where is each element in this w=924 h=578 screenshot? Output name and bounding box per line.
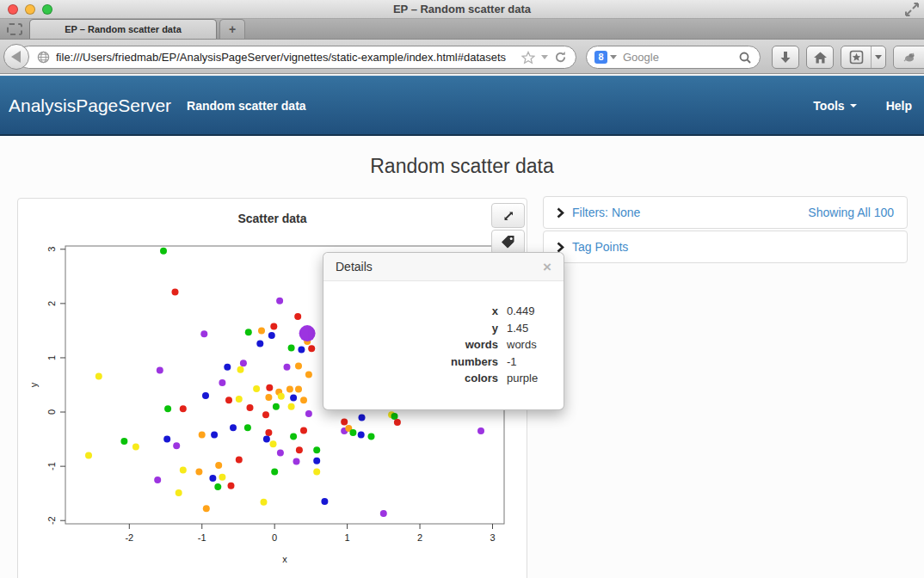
scatter-point (313, 468, 320, 475)
tab-groups-icon[interactable] (7, 23, 22, 35)
tag-points-button[interactable] (491, 230, 525, 255)
scatter-point (391, 413, 398, 420)
app-navbar: AnalysisPageServer Random scatter data T… (0, 76, 924, 136)
bookmarks-caret-segment[interactable] (871, 46, 885, 68)
detail-row-words: words words (323, 336, 564, 354)
close-icon[interactable]: × (543, 260, 551, 274)
scatter-point (240, 360, 247, 366)
brand-title[interactable]: AnalysisPageServer (9, 95, 171, 116)
scatter-point (199, 432, 206, 439)
search-engine-caret-icon[interactable] (610, 55, 617, 59)
bookmark-star-icon[interactable] (521, 51, 535, 65)
addon-button[interactable] (893, 46, 924, 69)
scatter-point (321, 498, 328, 505)
scatter-point (288, 403, 295, 410)
scatter-point (294, 313, 301, 320)
scatter-point (202, 392, 209, 399)
home-button[interactable] (806, 46, 834, 69)
addon-icon (902, 52, 916, 64)
search-input[interactable]: Google (623, 51, 738, 64)
resize-full-icon (502, 209, 515, 223)
scatter-point (359, 414, 366, 421)
tab-bar: EP – Random scatter data + (0, 19, 924, 40)
scatter-point (313, 458, 320, 464)
url-text[interactable]: file:///Users/friedmab/EP/AnalysisPageSe… (56, 51, 513, 64)
scatter-point (368, 433, 375, 440)
svg-text:2: 2 (46, 301, 57, 306)
tag-points-panel[interactable]: Tag Points (543, 231, 908, 263)
detail-label: numbers (323, 354, 507, 371)
tools-menu[interactable]: Tools (813, 99, 856, 113)
window-titlebar: EP – Random scatter data (0, 0, 924, 19)
back-button[interactable] (3, 44, 29, 70)
scatter-point (298, 347, 305, 354)
tag-points-label[interactable]: Tag Points (572, 240, 628, 254)
scatter-point (258, 327, 265, 334)
scatter-point (263, 436, 270, 443)
detail-value: 0.449 (507, 303, 564, 320)
scatter-point (270, 440, 277, 447)
scatter-point (477, 427, 484, 434)
scatter-point (305, 410, 312, 417)
detail-label: colors (323, 370, 507, 387)
scatter-point (180, 467, 187, 474)
fullscreen-icon[interactable] (905, 3, 919, 16)
tab-title: EP – Random scatter data (65, 24, 182, 34)
chevron-right-icon (557, 207, 564, 218)
scatter-point (277, 449, 284, 456)
reload-icon[interactable] (554, 51, 567, 64)
scatter-point (236, 457, 243, 464)
bookmarks-button[interactable] (841, 46, 886, 69)
scatter-point (276, 298, 283, 304)
tab-ep-random-scatter-data[interactable]: EP – Random scatter data (29, 19, 217, 39)
svg-text:3: 3 (46, 247, 57, 252)
scatter-point (236, 396, 243, 403)
navbar-right: Tools Help (813, 99, 912, 113)
detail-label: y (323, 320, 507, 337)
scatter-point (195, 468, 202, 475)
scatter-point (341, 418, 348, 425)
expand-plot-button[interactable] (491, 203, 525, 228)
svg-text:-2: -2 (125, 532, 133, 543)
scatter-point (358, 432, 365, 439)
scatter-point (95, 372, 102, 379)
svg-text:2: 2 (417, 532, 422, 543)
scatter-point (200, 330, 207, 337)
search-bar[interactable]: 8 Google (586, 46, 761, 69)
scatter-point (85, 452, 92, 459)
svg-text:-1: -1 (46, 462, 57, 470)
help-menu[interactable]: Help (886, 99, 912, 113)
url-bar[interactable]: file:///Users/friedmab/EP/AnalysisPageSe… (17, 46, 576, 69)
svg-text:1: 1 (46, 355, 57, 360)
scatter-point (265, 429, 272, 436)
scatter-point (349, 429, 356, 436)
scatter-point (271, 468, 278, 475)
filters-panel[interactable]: Filters: None Showing All 100 (543, 196, 908, 229)
downloads-button[interactable] (772, 46, 799, 69)
detail-row-x: x 0.449 (323, 303, 564, 320)
svg-text:1: 1 (345, 532, 350, 543)
tag-icon (501, 235, 515, 249)
svg-text:0: 0 (272, 532, 277, 543)
nav-item-random-scatter-data[interactable]: Random scatter data (187, 99, 305, 113)
filters-status: Showing All 100 (808, 206, 894, 219)
window-title: EP – Random scatter data (0, 3, 924, 15)
dropdown-caret-icon[interactable] (541, 55, 548, 59)
scatter-point (295, 362, 302, 369)
detail-row-numbers: numbers -1 (323, 354, 564, 371)
scatter-point (262, 411, 269, 418)
detail-value: 1.45 (507, 320, 564, 337)
caret-down-icon (850, 104, 857, 108)
filters-label[interactable]: Filters: None (572, 206, 640, 219)
svg-text:-1: -1 (198, 532, 206, 543)
scatter-point (230, 424, 237, 431)
scatter-point (244, 424, 251, 431)
search-icon[interactable] (738, 51, 752, 65)
x-axis-label: x (282, 554, 287, 564)
page-title: Random scatter data (0, 136, 924, 178)
y-axis-label: y (28, 382, 39, 387)
new-tab-button[interactable]: + (219, 19, 245, 39)
scatter-point (313, 446, 320, 453)
details-popup-body: x 0.449 y 1.45 words words numbers -1 co… (323, 281, 564, 387)
scatter-point (253, 385, 260, 392)
